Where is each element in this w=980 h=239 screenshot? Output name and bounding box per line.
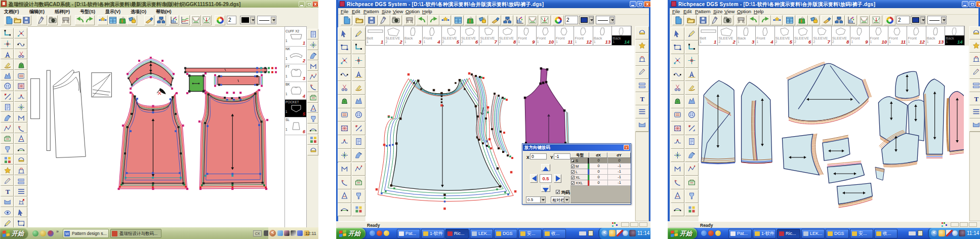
svg-text:T: T bbox=[974, 95, 978, 103]
svg-text:T: T bbox=[640, 95, 644, 103]
svg-text:T: T bbox=[6, 188, 10, 194]
